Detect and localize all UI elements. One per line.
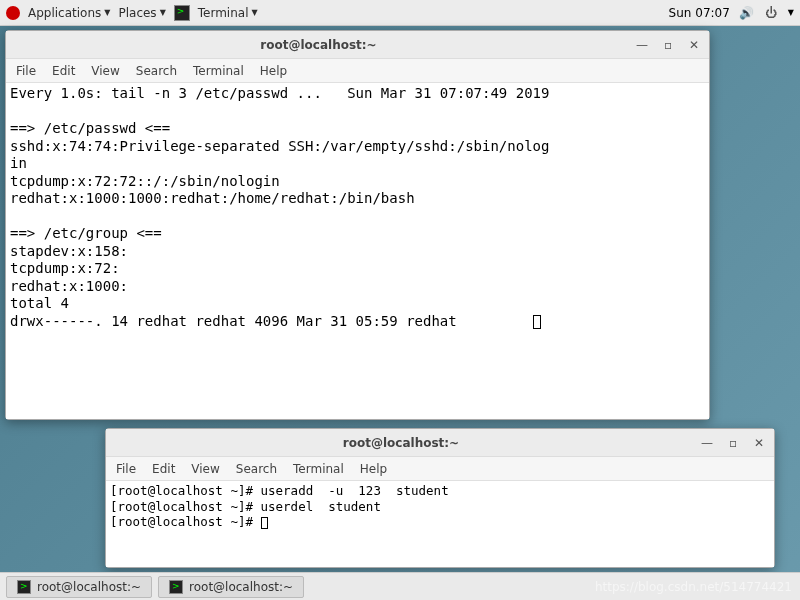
cursor-icon xyxy=(533,315,541,329)
taskbar-item-terminal-1[interactable]: root@localhost:~ xyxy=(6,576,152,598)
chevron-down-icon: ▼ xyxy=(160,8,166,17)
cursor-icon xyxy=(261,517,268,529)
maximize-button[interactable]: ▫ xyxy=(724,434,742,452)
taskbar-label: root@localhost:~ xyxy=(37,580,141,594)
taskbar-item-terminal-2[interactable]: root@localhost:~ xyxy=(158,576,304,598)
menu-terminal[interactable]: Terminal xyxy=(193,64,244,78)
terminal-label: Terminal xyxy=(198,6,249,20)
menu-file[interactable]: File xyxy=(116,462,136,476)
applications-menu[interactable]: Applications ▼ xyxy=(28,6,110,20)
terminal-menu[interactable]: Terminal ▼ xyxy=(198,6,258,20)
menu-help[interactable]: Help xyxy=(360,462,387,476)
top-panel-right: Sun 07:07 🔊 ⏻ ▼ xyxy=(669,6,794,20)
minimize-button[interactable]: — xyxy=(698,434,716,452)
chevron-down-icon[interactable]: ▼ xyxy=(788,8,794,17)
bottom-taskbar: root@localhost:~ root@localhost:~ https:… xyxy=(0,572,800,600)
titlebar[interactable]: root@localhost:~ — ▫ ✕ xyxy=(106,429,774,457)
volume-icon[interactable]: 🔊 xyxy=(740,6,754,20)
power-icon[interactable]: ⏻ xyxy=(764,6,778,20)
chevron-down-icon: ▼ xyxy=(252,8,258,17)
menu-search[interactable]: Search xyxy=(236,462,277,476)
terminal-text: Every 1.0s: tail -n 3 /etc/passwd ... Su… xyxy=(10,85,549,329)
terminal-output[interactable]: Every 1.0s: tail -n 3 /etc/passwd ... Su… xyxy=(6,83,709,419)
watermark-text: https://blog.csdn.net/514774421 xyxy=(595,580,792,594)
top-panel: Applications ▼ Places ▼ Terminal ▼ Sun 0… xyxy=(0,0,800,26)
terminal-icon xyxy=(17,580,31,594)
menu-edit[interactable]: Edit xyxy=(52,64,75,78)
redhat-logo-icon xyxy=(6,6,20,20)
menu-terminal[interactable]: Terminal xyxy=(293,462,344,476)
terminal-window-1[interactable]: root@localhost:~ — ▫ ✕ File Edit View Se… xyxy=(5,30,710,420)
clock[interactable]: Sun 07:07 xyxy=(669,6,730,20)
places-label: Places xyxy=(118,6,156,20)
menu-edit[interactable]: Edit xyxy=(152,462,175,476)
taskbar-label: root@localhost:~ xyxy=(189,580,293,594)
menu-search[interactable]: Search xyxy=(136,64,177,78)
close-button[interactable]: ✕ xyxy=(685,36,703,54)
applications-label: Applications xyxy=(28,6,101,20)
top-panel-left: Applications ▼ Places ▼ Terminal ▼ xyxy=(6,5,258,21)
terminal-text: [root@localhost ~]# useradd -u 123 stude… xyxy=(110,483,449,529)
menubar: File Edit View Search Terminal Help xyxy=(6,59,709,83)
terminal-output[interactable]: [root@localhost ~]# useradd -u 123 stude… xyxy=(106,481,774,567)
menubar: File Edit View Search Terminal Help xyxy=(106,457,774,481)
menu-help[interactable]: Help xyxy=(260,64,287,78)
terminal-app-icon xyxy=(174,5,190,21)
menu-view[interactable]: View xyxy=(91,64,119,78)
chevron-down-icon: ▼ xyxy=(104,8,110,17)
terminal-icon xyxy=(169,580,183,594)
menu-view[interactable]: View xyxy=(191,462,219,476)
maximize-button[interactable]: ▫ xyxy=(659,36,677,54)
titlebar[interactable]: root@localhost:~ — ▫ ✕ xyxy=(6,31,709,59)
terminal-window-2[interactable]: root@localhost:~ — ▫ ✕ File Edit View Se… xyxy=(105,428,775,568)
places-menu[interactable]: Places ▼ xyxy=(118,6,165,20)
window-title: root@localhost:~ xyxy=(12,38,625,52)
close-button[interactable]: ✕ xyxy=(750,434,768,452)
menu-file[interactable]: File xyxy=(16,64,36,78)
minimize-button[interactable]: — xyxy=(633,36,651,54)
window-title: root@localhost:~ xyxy=(112,436,690,450)
